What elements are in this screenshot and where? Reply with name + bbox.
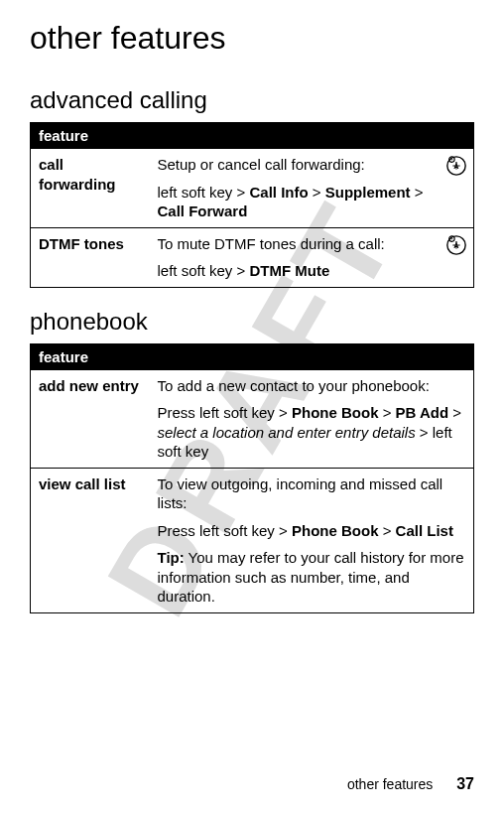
table-row: add new entry To add a new contact to yo… xyxy=(31,369,474,468)
path-menu: Call Info xyxy=(249,184,308,201)
feature-intro: Setup or cancel call forwarding: xyxy=(158,155,439,175)
owner-icon: + Å xyxy=(445,234,467,256)
path-menu: Call List xyxy=(396,522,453,539)
svg-text:Å: Å xyxy=(453,162,459,171)
path-menu: PB Add xyxy=(396,404,449,421)
path-sep: > xyxy=(309,184,325,201)
svg-text:Å: Å xyxy=(453,240,459,249)
table-row: view call list To view outgoing, incomin… xyxy=(31,468,474,612)
tip-text: You may refer to your call history for m… xyxy=(158,549,464,605)
page-footer: other features 37 xyxy=(347,775,474,793)
path-text: Press left soft key > xyxy=(158,404,292,421)
feature-name: view call list xyxy=(31,468,150,612)
feature-intro: To add a new contact to your phonebook: xyxy=(158,376,466,396)
feature-desc: To mute DTMF tones during a call: left s… xyxy=(150,227,446,287)
feature-name: call forwarding xyxy=(31,149,150,228)
phonebook-table: feature add new entry To add a new conta… xyxy=(30,343,474,613)
table-header: feature xyxy=(31,343,474,369)
table-header-row: feature xyxy=(31,343,474,369)
feature-desc: To view outgoing, incoming and missed ca… xyxy=(150,468,474,612)
page-title: other features xyxy=(30,20,474,57)
feature-desc: To add a new contact to your phonebook: … xyxy=(150,369,474,468)
path-text: Press left soft key > xyxy=(158,522,292,539)
path-menu: Call Forward xyxy=(158,203,248,219)
table-row: DTMF tones To mute DTMF tones during a c… xyxy=(31,227,474,287)
path-menu: Phone Book xyxy=(292,404,379,421)
feature-icon-cell: + Å xyxy=(445,149,474,228)
feature-tip: Tip: You may refer to your call history … xyxy=(158,548,466,607)
table-row: call forwarding Setup or cancel call for… xyxy=(31,149,474,228)
tip-label: Tip: xyxy=(158,549,185,566)
feature-name: add new entry xyxy=(31,369,150,468)
feature-name: DTMF tones xyxy=(31,227,150,287)
feature-path: Press left soft key > Phone Book > PB Ad… xyxy=(158,403,466,462)
footer-label: other features xyxy=(347,776,433,792)
path-text: left soft key > xyxy=(158,262,250,279)
table-header-row: feature xyxy=(31,123,474,149)
advanced-calling-table: feature call forwarding Setup or cancel … xyxy=(30,122,474,288)
path-menu: DTMF Mute xyxy=(249,262,329,279)
footer-page-number: 37 xyxy=(456,775,474,792)
path-menu: Phone Book xyxy=(292,522,379,539)
owner-icon: + Å xyxy=(445,155,467,177)
feature-intro: To mute DTMF tones during a call: xyxy=(158,234,439,254)
table-header: feature xyxy=(31,123,474,149)
feature-desc: Setup or cancel call forwarding: left so… xyxy=(150,149,446,228)
path-sep: > xyxy=(411,184,424,201)
path-sep: > xyxy=(448,404,461,421)
feature-path: left soft key > Call Info > Supplement >… xyxy=(158,183,439,221)
feature-icon-cell: + Å xyxy=(445,227,474,287)
path-sep: > xyxy=(378,522,395,539)
feature-path: Press left soft key > Phone Book > Call … xyxy=(158,521,466,541)
section-heading-phonebook: phonebook xyxy=(30,308,474,336)
feature-path: left soft key > DTMF Mute xyxy=(158,261,439,281)
feature-intro: To view outgoing, incoming and missed ca… xyxy=(158,474,466,513)
path-menu: Supplement xyxy=(325,184,411,201)
page-content: other features advanced calling feature … xyxy=(30,20,474,613)
section-heading-advanced-calling: advanced calling xyxy=(30,86,474,114)
path-sep: > xyxy=(378,404,395,421)
path-italic: select a location and enter entry detail… xyxy=(158,424,416,441)
path-text: left soft key > xyxy=(158,184,250,201)
